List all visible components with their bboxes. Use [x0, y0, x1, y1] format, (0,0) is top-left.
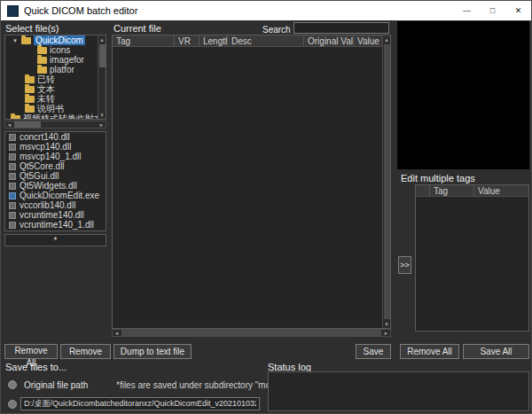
app-icon: [7, 5, 19, 17]
current-file-heading: Current file: [113, 23, 161, 34]
tree-item-weizhuan[interactable]: 未转: [5, 94, 106, 104]
filter-box[interactable]: *: [4, 234, 106, 246]
scroll-up-icon[interactable]: ▲: [98, 35, 106, 43]
scroll-up-icon[interactable]: ▲: [383, 35, 391, 43]
folder-icon: [37, 47, 47, 54]
tree-item-quickdicom[interactable]: ▼ QuickDicom: [5, 35, 106, 45]
column-header-length[interactable]: Length: [200, 35, 228, 46]
multi-tag-table[interactable]: Tag Value: [415, 184, 529, 332]
dll-file-icon: [9, 212, 16, 219]
original-path-label: Original file path: [24, 380, 88, 390]
column-header-vr[interactable]: VR: [175, 35, 200, 46]
tree-item-icons[interactable]: icons: [5, 45, 106, 55]
folder-icon: [37, 66, 47, 74]
scroll-left-icon[interactable]: ◄: [113, 329, 121, 337]
file-item[interactable]: QuickDicomEdit.exe: [5, 191, 106, 200]
folder-tree[interactable]: ▼ QuickDicom icons imagefor platfor 已转 文…: [4, 35, 106, 120]
file-name: concrt140.dll: [20, 132, 70, 142]
tree-item-platfor[interactable]: platfor: [5, 65, 106, 74]
save-files-to-heading: Save files to...: [5, 362, 66, 372]
maximize-button[interactable]: □: [480, 1, 505, 20]
tree-item-yizhuan[interactable]: 已转: [5, 74, 106, 84]
file-name: msvcp140_1.dll: [20, 152, 81, 161]
folder-icon: [25, 76, 35, 83]
dll-file-icon: [9, 163, 16, 170]
scroll-down-icon[interactable]: ▼: [383, 320, 391, 328]
search-input[interactable]: [293, 22, 389, 34]
exe-file-icon: [9, 192, 16, 199]
remove-file-button[interactable]: Remove: [60, 344, 111, 359]
minimize-button[interactable]: —: [454, 1, 480, 20]
file-item[interactable]: vcruntime140_1.dll: [5, 220, 106, 230]
scroll-right-icon[interactable]: ►: [382, 329, 390, 337]
tree-item-shuomingshu[interactable]: 说明书: [5, 104, 106, 113]
scrollbar-thumb[interactable]: [121, 330, 381, 336]
tree-item-label: QuickDicom: [34, 35, 85, 45]
remove-all-tags-button[interactable]: Remove All: [400, 344, 459, 359]
table-horizontal-scrollbar[interactable]: ◄ ►: [112, 329, 391, 337]
column-header-desc[interactable]: Desc: [228, 35, 304, 46]
scroll-right-icon[interactable]: ►: [98, 121, 106, 129]
column-header-tag[interactable]: Tag: [430, 185, 474, 196]
path-input[interactable]: [20, 397, 260, 410]
file-item[interactable]: concrt140.dll: [5, 132, 106, 142]
folder-icon: [25, 86, 35, 93]
file-item[interactable]: vccorlib140.dll: [5, 200, 106, 210]
tree-item-video-temp[interactable]: 视频格式转换临时文件: [5, 113, 106, 120]
save-button[interactable]: Save: [356, 344, 391, 359]
scroll-left-icon[interactable]: ◄: [5, 121, 13, 129]
column-header-value[interactable]: Value: [474, 185, 528, 196]
file-name: msvcp140.dll: [20, 142, 71, 152]
scrollbar-thumb[interactable]: [384, 44, 390, 319]
column-header-value[interactable]: Value: [354, 35, 384, 46]
file-item[interactable]: Qt5Core.dll: [5, 161, 106, 171]
column-header-tag[interactable]: Tag: [113, 35, 175, 46]
file-item[interactable]: Qt5Gui.dll: [5, 171, 106, 181]
row-header-corner: [416, 185, 430, 196]
remove-all-files-button[interactable]: Remove All: [4, 344, 58, 359]
tree-item-label: imagefor: [50, 55, 84, 65]
expander-icon[interactable]: ▼: [12, 38, 19, 43]
close-button[interactable]: ✕: [505, 1, 531, 20]
column-header-original-value[interactable]: Original Value: [304, 35, 354, 46]
file-name: vcruntime140_1.dll: [20, 220, 94, 230]
file-name: vccorlib140.dll: [20, 200, 75, 210]
file-name: vcruntime140.dll: [20, 210, 84, 220]
file-item[interactable]: msvcp140.dll: [5, 142, 106, 152]
tree-item-label: 说明书: [37, 104, 64, 113]
tree-item-label: 未转: [37, 94, 55, 104]
status-log-box: [268, 371, 529, 411]
dll-file-icon: [9, 173, 16, 180]
scroll-down-icon[interactable]: ▼: [98, 111, 106, 119]
tree-item-label: platfor: [50, 65, 74, 74]
table-vertical-scrollbar[interactable]: ▲ ▼: [382, 35, 390, 328]
dll-file-icon: [9, 202, 16, 209]
tree-item-wenben[interactable]: 文本: [5, 84, 106, 94]
dll-file-icon: [9, 134, 16, 141]
dump-to-text-file-button[interactable]: Dump to text file: [113, 344, 192, 359]
folder-icon: [21, 37, 31, 44]
table-header-row: Tag VR Length Desc Original Value Value: [113, 35, 390, 47]
file-list[interactable]: concrt140.dll msvcp140.dll msvcp140_1.dl…: [4, 131, 106, 231]
custom-path-radio[interactable]: [8, 400, 17, 409]
file-item[interactable]: msvcp140_1.dll: [5, 152, 106, 161]
tree-item-label: 文本: [37, 84, 55, 94]
scrollbar-thumb[interactable]: [99, 44, 106, 67]
transfer-button[interactable]: >>: [398, 256, 411, 274]
tree-vertical-scrollbar[interactable]: ▲ ▼: [98, 35, 106, 119]
scrollbar-thumb[interactable]: [14, 121, 41, 128]
file-name: Qt5Widgets.dll: [20, 181, 77, 191]
file-item[interactable]: Qt5Widgets.dll: [5, 181, 106, 191]
dicom-tag-table[interactable]: Tag VR Length Desc Original Value Value …: [112, 35, 391, 329]
original-path-radio[interactable]: [8, 380, 17, 389]
file-item[interactable]: vcruntime140.dll: [5, 210, 106, 220]
image-preview: [397, 21, 529, 169]
save-note: *files are saved under subdirectory "mod…: [116, 380, 278, 390]
dll-file-icon: [9, 183, 16, 190]
title-bar: Quick DICOM batch editor — □ ✕: [1, 1, 531, 20]
tree-horizontal-scrollbar[interactable]: ◄ ►: [4, 121, 106, 129]
file-name: Qt5Gui.dll: [20, 171, 59, 181]
tree-item-imagefor[interactable]: imagefor: [5, 55, 106, 65]
tree-item-label: icons: [50, 45, 70, 55]
save-all-button[interactable]: Save All: [463, 344, 529, 359]
